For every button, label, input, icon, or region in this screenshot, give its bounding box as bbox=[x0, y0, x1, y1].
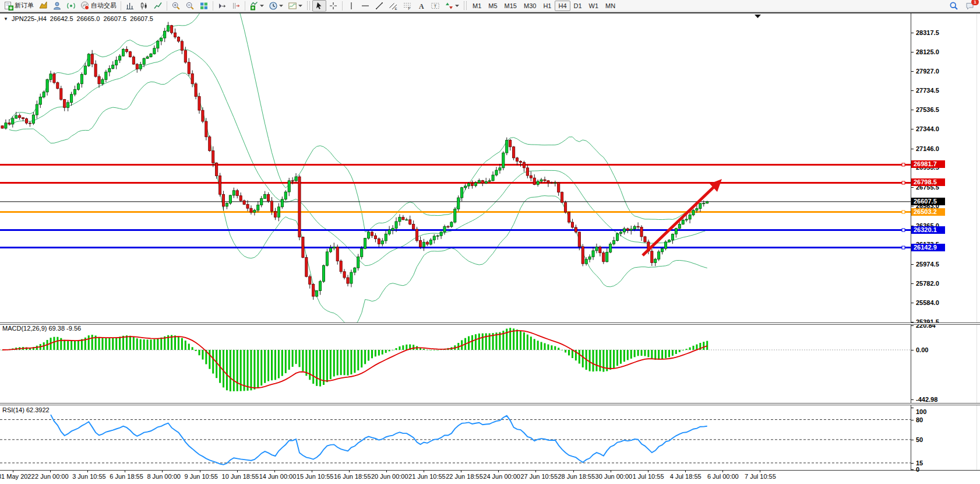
candle[interactable] bbox=[478, 180, 480, 183]
candle[interactable] bbox=[519, 162, 521, 163]
candle[interactable] bbox=[706, 202, 708, 204]
timeframe-H1[interactable]: H1 bbox=[540, 1, 555, 11]
candle[interactable] bbox=[436, 236, 439, 236]
timeframe-MN[interactable]: MN bbox=[602, 1, 619, 11]
candle[interactable] bbox=[637, 226, 639, 227]
profiles-button[interactable] bbox=[36, 0, 50, 12]
candle[interactable] bbox=[170, 26, 172, 33]
candle[interactable] bbox=[347, 278, 349, 283]
candle[interactable] bbox=[191, 73, 193, 83]
candle[interactable] bbox=[73, 89, 76, 94]
main-chart-plot[interactable] bbox=[0, 13, 911, 323]
candle[interactable] bbox=[640, 227, 643, 236]
candle[interactable] bbox=[530, 176, 532, 178]
candle[interactable] bbox=[406, 220, 408, 220]
candle[interactable] bbox=[374, 236, 376, 239]
candle[interactable] bbox=[146, 57, 149, 58]
candle[interactable] bbox=[302, 237, 304, 257]
candle[interactable] bbox=[523, 163, 525, 168]
candle[interactable] bbox=[378, 239, 380, 244]
candle[interactable] bbox=[467, 184, 470, 186]
candle[interactable] bbox=[216, 163, 218, 176]
candle[interactable] bbox=[416, 229, 418, 240]
candle[interactable] bbox=[202, 110, 204, 121]
panel-separator-macd[interactable] bbox=[0, 322, 980, 325]
price-line-tag[interactable]: 26503.2 bbox=[911, 208, 945, 216]
candle[interactable] bbox=[682, 220, 684, 225]
candle[interactable] bbox=[502, 153, 505, 168]
candle[interactable] bbox=[561, 192, 563, 202]
candle[interactable] bbox=[443, 226, 446, 232]
candle[interactable] bbox=[25, 119, 27, 123]
candle[interactable] bbox=[167, 26, 170, 31]
candle[interactable] bbox=[513, 147, 515, 158]
candle[interactable] bbox=[67, 103, 69, 108]
toolbar-grip[interactable] bbox=[307, 1, 310, 10]
candle[interactable] bbox=[43, 92, 45, 97]
hline-handle[interactable] bbox=[902, 163, 905, 166]
candle[interactable] bbox=[312, 284, 315, 296]
candle[interactable] bbox=[15, 115, 17, 118]
symbol-menu-caret[interactable]: ▼ bbox=[3, 16, 8, 22]
candle[interactable] bbox=[696, 209, 698, 211]
candle[interactable] bbox=[422, 242, 425, 247]
bar-chart-button[interactable] bbox=[123, 0, 137, 12]
candle[interactable] bbox=[592, 251, 594, 257]
candle[interactable] bbox=[57, 83, 59, 89]
candle[interactable] bbox=[319, 282, 321, 291]
candle[interactable] bbox=[364, 239, 366, 249]
candle[interactable] bbox=[371, 232, 373, 236]
candle[interactable] bbox=[19, 115, 21, 118]
candle[interactable] bbox=[450, 222, 453, 227]
crosshair-button[interactable] bbox=[326, 0, 340, 12]
search-button[interactable] bbox=[947, 0, 961, 12]
tile-windows-button[interactable] bbox=[197, 0, 211, 12]
candle[interactable] bbox=[419, 240, 421, 247]
candle[interactable] bbox=[77, 84, 79, 90]
candle[interactable] bbox=[540, 180, 542, 181]
candle[interactable] bbox=[585, 259, 587, 264]
cursor-button[interactable] bbox=[312, 0, 326, 12]
candle[interactable] bbox=[281, 199, 283, 207]
horizontal-line-button[interactable] bbox=[358, 0, 372, 12]
candle[interactable] bbox=[485, 181, 487, 183]
candle[interactable] bbox=[699, 204, 701, 209]
candle[interactable] bbox=[336, 247, 339, 261]
signals-button[interactable] bbox=[64, 0, 78, 12]
candle[interactable] bbox=[46, 80, 48, 92]
candle[interactable] bbox=[60, 89, 62, 100]
candle[interactable] bbox=[392, 228, 394, 230]
trendline-button[interactable] bbox=[372, 0, 386, 12]
candle[interactable] bbox=[409, 220, 411, 225]
hline-handle[interactable] bbox=[902, 229, 905, 232]
candle[interactable] bbox=[298, 177, 301, 237]
candle[interactable] bbox=[492, 175, 494, 181]
candle[interactable] bbox=[354, 268, 356, 272]
candle[interactable] bbox=[537, 181, 539, 185]
candle[interactable] bbox=[264, 195, 266, 199]
candle[interactable] bbox=[658, 252, 660, 259]
candle[interactable] bbox=[329, 248, 332, 251]
candle[interactable] bbox=[426, 242, 428, 244]
new-order-button[interactable]: 新订单 bbox=[2, 0, 36, 12]
candle[interactable] bbox=[464, 186, 467, 188]
candle[interactable] bbox=[599, 247, 601, 252]
candle[interactable] bbox=[654, 259, 657, 262]
toolbar-grip[interactable] bbox=[464, 1, 467, 10]
candle[interactable] bbox=[236, 191, 238, 196]
chart-shift-button[interactable] bbox=[229, 0, 243, 12]
candle[interactable] bbox=[267, 195, 270, 201]
candle[interactable] bbox=[703, 203, 705, 204]
candle[interactable] bbox=[160, 38, 163, 41]
candle[interactable] bbox=[101, 79, 104, 83]
candle[interactable] bbox=[616, 234, 618, 241]
candle[interactable] bbox=[644, 237, 646, 242]
vertical-line-button[interactable] bbox=[344, 0, 358, 12]
candle[interactable] bbox=[5, 123, 7, 128]
candle[interactable] bbox=[661, 248, 664, 252]
candle[interactable] bbox=[429, 240, 432, 244]
price-line-tag[interactable]: 26981.7 bbox=[911, 160, 945, 168]
candle[interactable] bbox=[440, 232, 442, 236]
market-watch-button[interactable] bbox=[50, 0, 64, 12]
candle[interactable] bbox=[626, 229, 629, 230]
